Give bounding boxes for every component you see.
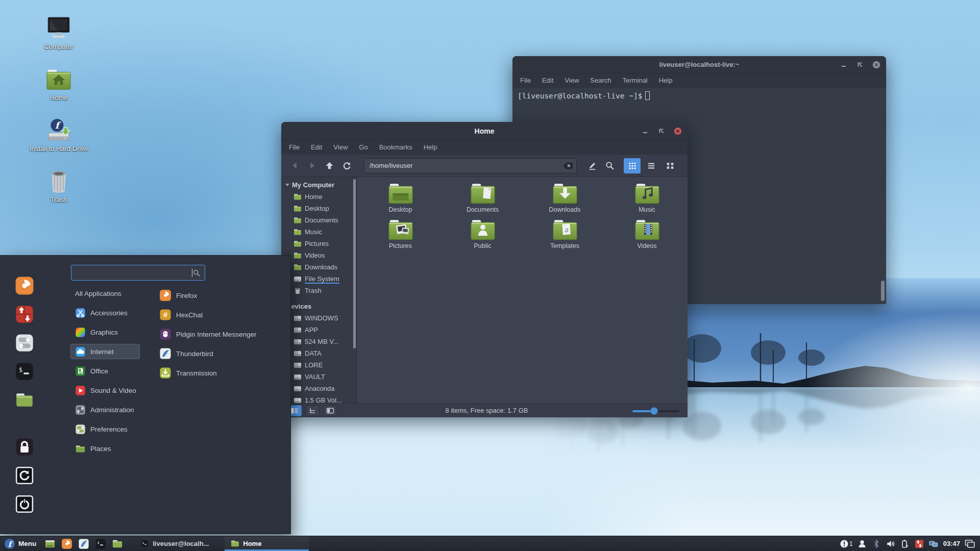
menu-item[interactable]: Go xyxy=(353,140,373,155)
menu-category[interactable]: Internet xyxy=(70,344,140,359)
menu-item[interactable]: Terminal xyxy=(617,73,653,88)
file-manager-view[interactable]: Desktop Documents Downloads Musi xyxy=(357,177,688,403)
sidebar-item[interactable]: Videos xyxy=(281,249,356,261)
taskbar-window-button[interactable]: $ liveuser@localh... xyxy=(134,536,218,551)
menu-item[interactable]: File xyxy=(514,73,536,88)
menu-app-item[interactable]: Firefox xyxy=(157,288,288,303)
menu-item[interactable]: View xyxy=(559,73,584,88)
sidebar-item[interactable]: 524 MB V... xyxy=(281,336,356,347)
view-toggle-button[interactable] xyxy=(643,158,659,173)
sidebar-section-computer[interactable]: My Computer xyxy=(281,179,356,191)
menu-category[interactable]: Sound & Video xyxy=(70,383,140,398)
window-button[interactable] xyxy=(673,127,682,136)
zoom-slider[interactable] xyxy=(632,406,679,415)
sidebar-item[interactable]: LORE xyxy=(281,359,356,371)
taskbar-launcher[interactable]: $ xyxy=(94,537,107,550)
menu-app-item[interactable]: # HexChat xyxy=(157,307,288,322)
sidebar-item[interactable]: WINDOWS xyxy=(281,312,356,324)
toolbar-button[interactable] xyxy=(322,159,336,173)
menu-button[interactable]: f Menu xyxy=(0,536,42,551)
sidebar-item[interactable]: APP xyxy=(281,324,356,336)
sidebar-item[interactable]: VAULT xyxy=(281,371,356,383)
folder-item[interactable]: Documents xyxy=(442,179,524,215)
terminal-scrollbar[interactable] xyxy=(881,281,885,301)
menu-item[interactable]: View xyxy=(328,140,353,155)
desktop-icon[interactable]: f Install to Hard Drive xyxy=(28,116,89,167)
sidebar-item[interactable]: Documents xyxy=(281,214,356,226)
toolbar-button[interactable] xyxy=(339,159,354,173)
sidebar-item[interactable]: File System xyxy=(281,273,356,285)
tray-item[interactable] xyxy=(857,539,867,548)
favorite-button[interactable] xyxy=(15,466,34,485)
toolbar-button[interactable] xyxy=(602,159,617,173)
menu-item[interactable]: Help xyxy=(653,73,678,88)
workspace-switcher[interactable] xyxy=(965,539,975,548)
menu-item[interactable]: Edit xyxy=(536,73,559,88)
desktop-icon[interactable]: Home xyxy=(28,65,89,116)
window-button[interactable] xyxy=(855,60,865,69)
tray-item[interactable] xyxy=(900,539,910,548)
sidebar-item[interactable]: Home xyxy=(281,191,356,203)
taskbar-launcher[interactable] xyxy=(43,537,57,550)
menu-item[interactable]: Bookmarks xyxy=(374,140,418,155)
sidebar-item[interactable]: Desktop xyxy=(281,203,356,214)
menu-item[interactable]: Help xyxy=(418,140,443,155)
sidebar-item[interactable]: Anaconda xyxy=(281,383,356,394)
desktop-icon[interactable]: Trash xyxy=(28,167,89,218)
clock[interactable]: 03:47 xyxy=(943,540,960,547)
menu-category[interactable]: Office xyxy=(70,363,140,379)
desktop-icon[interactable]: Computer xyxy=(28,14,89,65)
folder-item[interactable]: Desktop xyxy=(359,179,442,215)
sidebar-item[interactable]: 1.5 GB Vol... xyxy=(281,394,356,403)
menu-search-box[interactable] xyxy=(71,265,205,281)
tray-item[interactable]: 1 xyxy=(840,539,853,548)
clear-location-button[interactable] xyxy=(563,162,573,170)
favorite-button[interactable] xyxy=(15,437,34,457)
taskbar-window-button[interactable]: Home xyxy=(225,536,309,551)
tray-item[interactable] xyxy=(915,539,924,548)
sidebar-item[interactable]: Pictures xyxy=(281,238,356,249)
tray-item[interactable] xyxy=(886,539,896,548)
favorite-button[interactable] xyxy=(15,494,34,514)
sidebar-item[interactable]: DATA xyxy=(281,347,356,359)
menu-category[interactable]: Preferences xyxy=(70,421,140,437)
tray-item[interactable] xyxy=(872,539,881,548)
sidebar-item[interactable]: Downloads xyxy=(281,261,356,273)
file-manager-titlebar[interactable]: Home xyxy=(281,122,688,140)
favorite-button[interactable] xyxy=(15,390,34,410)
folder-item[interactable]: Public xyxy=(442,215,524,252)
menu-category[interactable]: Places xyxy=(70,441,140,456)
menu-app-item[interactable]: Pidgin Internet Messenger xyxy=(157,327,288,342)
favorite-button[interactable]: $ xyxy=(15,362,34,381)
window-button[interactable] xyxy=(641,127,650,136)
menu-item[interactable]: Edit xyxy=(305,140,328,155)
sidebar-item[interactable]: Music xyxy=(281,226,356,238)
taskbar-launcher[interactable] xyxy=(111,537,124,550)
toolbar-button[interactable] xyxy=(305,159,319,173)
statusbar-button[interactable] xyxy=(323,405,337,416)
folder-item[interactable]: Music xyxy=(606,179,688,215)
window-button[interactable] xyxy=(839,60,848,69)
sidebar-item[interactable]: Trash xyxy=(281,285,356,296)
taskbar-launcher[interactable] xyxy=(77,537,90,550)
favorite-button[interactable] xyxy=(15,276,34,295)
statusbar-button[interactable] xyxy=(305,405,320,416)
taskbar-launcher[interactable] xyxy=(60,537,74,550)
toolbar-button[interactable] xyxy=(287,159,302,173)
menu-search-input[interactable] xyxy=(76,269,192,277)
zoom-slider-handle[interactable] xyxy=(650,407,658,415)
menu-category[interactable]: Administration xyxy=(70,402,140,417)
folder-item[interactable]: Pictures xyxy=(359,215,442,252)
menu-category[interactable]: All Applications xyxy=(70,286,140,301)
view-toggle-button[interactable] xyxy=(624,158,641,173)
folder-item[interactable]: Downloads xyxy=(524,179,606,215)
view-toggle-button[interactable] xyxy=(662,158,678,173)
terminal-titlebar[interactable]: liveuser@localhost-live:~ xyxy=(512,56,886,73)
tray-item[interactable] xyxy=(929,539,939,548)
toolbar-button[interactable] xyxy=(585,159,599,173)
menu-category[interactable]: Accessories xyxy=(70,305,140,320)
menu-item[interactable]: Search xyxy=(584,73,617,88)
menu-app-item[interactable]: Transmission xyxy=(157,365,288,381)
sidebar-scrollbar[interactable] xyxy=(353,179,356,348)
folder-item[interactable]: Videos xyxy=(606,215,688,252)
